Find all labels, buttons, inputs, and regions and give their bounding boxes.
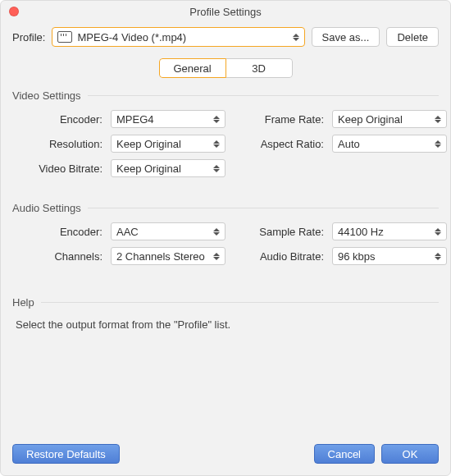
- video-encoder-label: Encoder:: [12, 113, 102, 126]
- chevron-updown-icon: [435, 116, 441, 123]
- video-encoder-value: MPEG4: [116, 113, 154, 126]
- chevron-updown-icon: [213, 253, 220, 260]
- chevron-updown-icon: [213, 228, 220, 236]
- help-text: Select the output format from the "Profi…: [12, 317, 439, 331]
- tab-3d[interactable]: 3D: [226, 58, 293, 78]
- frame-rate-value: Keep Original: [338, 113, 403, 126]
- help-title: Help: [12, 296, 34, 309]
- cancel-button[interactable]: Cancel: [314, 444, 375, 464]
- sample-rate-value: 44100 Hz: [338, 226, 384, 238]
- restore-defaults-button[interactable]: Restore Defaults: [12, 444, 120, 464]
- video-bitrate-label: Video Bitrate:: [12, 162, 102, 175]
- resolution-value: Keep Original: [116, 138, 181, 150]
- audio-settings-title: Audio Settings: [12, 202, 81, 214]
- aspect-ratio-label: Aspect Ratio:: [234, 138, 324, 150]
- channels-select[interactable]: 2 Channels Stereo: [111, 247, 226, 265]
- resolution-label: Resolution:: [12, 138, 102, 150]
- chevron-updown-icon: [435, 228, 441, 236]
- footer: Restore Defaults Cancel OK: [1, 436, 450, 475]
- delete-button[interactable]: Delete: [386, 27, 439, 47]
- frame-rate-select[interactable]: Keep Original: [332, 110, 447, 128]
- mpeg-file-icon: [57, 31, 72, 43]
- audio-encoder-select[interactable]: AAC: [111, 222, 226, 240]
- chevron-updown-icon: [435, 140, 441, 148]
- help-group: Help Select the output format from the "…: [12, 296, 439, 331]
- chevron-updown-icon: [293, 34, 299, 41]
- profile-row: Profile: MPEG-4 Video (*.mp4) Save as...…: [1, 22, 450, 55]
- audio-bitrate-value: 96 kbps: [338, 250, 376, 263]
- video-encoder-select[interactable]: MPEG4: [111, 110, 226, 128]
- profile-select[interactable]: MPEG-4 Video (*.mp4): [52, 27, 304, 47]
- video-settings-title: Video Settings: [12, 89, 81, 102]
- divider: [41, 302, 439, 303]
- sample-rate-label: Sample Rate:: [234, 226, 324, 238]
- chevron-updown-icon: [435, 253, 441, 260]
- close-icon[interactable]: [9, 7, 19, 16]
- profile-value: MPEG-4 Video (*.mp4): [77, 31, 186, 43]
- channels-value: 2 Channels Stereo: [116, 250, 205, 263]
- audio-encoder-value: AAC: [116, 226, 139, 238]
- tab-strip: General 3D: [12, 58, 439, 78]
- chevron-updown-icon: [213, 116, 220, 123]
- audio-settings-group: Audio Settings Encoder: AAC Sample Rate:…: [12, 202, 439, 265]
- resolution-select[interactable]: Keep Original: [111, 135, 226, 153]
- profile-label: Profile:: [12, 31, 45, 43]
- sample-rate-select[interactable]: 44100 Hz: [332, 222, 447, 240]
- aspect-ratio-select[interactable]: Auto: [332, 135, 447, 153]
- audio-bitrate-label: Audio Bitrate:: [234, 250, 324, 263]
- video-bitrate-value: Keep Original: [116, 162, 181, 175]
- tab-general[interactable]: General: [159, 58, 226, 78]
- divider: [88, 208, 439, 208]
- audio-encoder-label: Encoder:: [12, 226, 102, 238]
- content-area: General 3D Video Settings Encoder: MPEG4…: [1, 55, 450, 436]
- ok-button[interactable]: OK: [381, 444, 439, 464]
- divider: [88, 95, 439, 96]
- save-as-button[interactable]: Save as...: [312, 27, 380, 47]
- titlebar: Profile Settings: [1, 1, 450, 22]
- video-bitrate-select[interactable]: Keep Original: [111, 159, 226, 177]
- dialog-window: Profile Settings Profile: MPEG-4 Video (…: [0, 0, 451, 476]
- chevron-updown-icon: [213, 140, 220, 148]
- audio-bitrate-select[interactable]: 96 kbps: [332, 247, 447, 265]
- aspect-ratio-value: Auto: [338, 138, 360, 150]
- frame-rate-label: Frame Rate:: [234, 113, 324, 126]
- window-title: Profile Settings: [189, 6, 261, 18]
- chevron-updown-icon: [213, 165, 220, 172]
- video-settings-group: Video Settings Encoder: MPEG4 Frame Rate…: [12, 89, 439, 177]
- channels-label: Channels:: [12, 250, 102, 263]
